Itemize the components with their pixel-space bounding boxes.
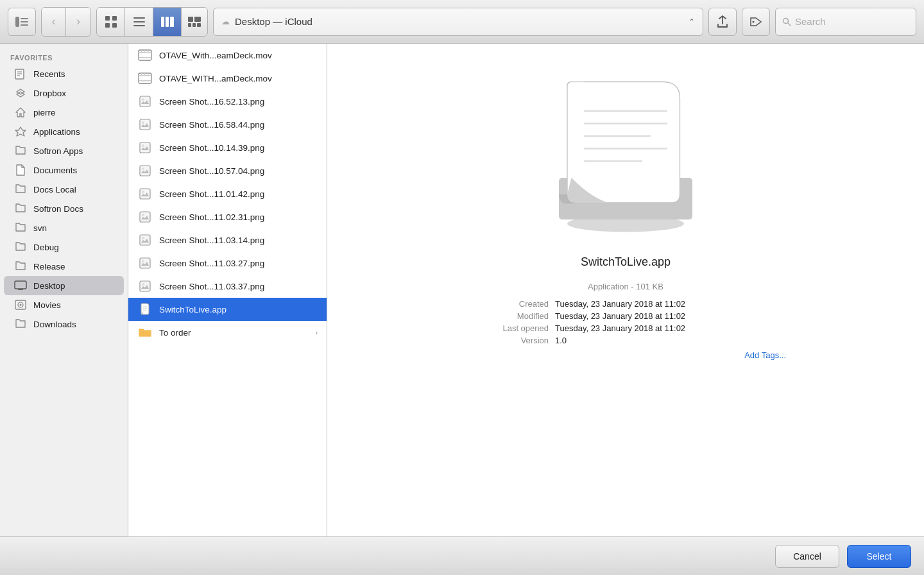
docs-local-icon [14,183,27,196]
svn-icon [14,221,27,234]
sidebar-item-dropbox-label: Dropbox [33,89,66,98]
sidebar-item-recents-label: Recents [33,69,65,79]
preview-app-name: SwitchToLive.app [581,255,671,269]
sidebar-item-release[interactable]: Release [4,257,124,276]
file-item-f5[interactable]: Screen Shot...10.14.39.png [128,136,327,159]
sidebar-item-debug[interactable]: Debug [4,237,124,257]
sidebar-item-movies-label: Movies [33,300,61,310]
created-value: Tuesday, 23 January 2018 at 11:02 [555,299,786,309]
file-name-f12: SwitchToLive.app [159,305,318,314]
debug-icon [14,241,27,253]
file-item-f2[interactable]: OTAVE_WITH...amDeck.mov [128,67,327,90]
file-item-f12[interactable]: SwitchToLive.app [128,298,327,321]
sidebar-item-softron-docs-label: Softron Docs [33,204,83,214]
cancel-button[interactable]: Cancel [775,545,839,568]
select-button[interactable]: Select [847,545,911,568]
svg-rect-16 [188,23,191,27]
svg-rect-57 [140,212,150,222]
file-name-f13: To order [159,328,309,338]
sidebar-item-desktop[interactable]: Desktop [4,276,124,295]
dropbox-icon [14,87,27,99]
file-item-f4[interactable]: Screen Shot...16.58.44.png [128,113,327,136]
sidebar-item-recents[interactable]: Recents [4,64,124,83]
pierre-icon [14,106,27,119]
svg-point-60 [142,237,144,239]
file-icon-f3 [137,94,153,109]
file-item-f10[interactable]: Screen Shot...11.03.27.png [128,252,327,275]
svg-point-34 [20,304,22,306]
meta-row-version: Version 1.0 [465,336,786,345]
file-item-f1[interactable]: OTAVE_With...eamDeck.mov [128,44,327,67]
svg-point-21 [783,18,789,23]
svg-rect-18 [197,23,201,27]
desktop-icon [14,279,27,292]
file-list-pane: OTAVE_With...eamDeck.movOTAVE_WITH...amD… [128,44,327,536]
forward-button[interactable]: › [66,8,90,36]
file-icon-f11 [137,279,153,294]
svg-point-62 [142,260,144,262]
file-item-f7[interactable]: Screen Shot...11.01.42.png [128,182,327,205]
file-item-f8[interactable]: Screen Shot...11.02.31.png [128,205,327,228]
svg-rect-46 [148,73,149,75]
sidebar-item-softron-docs[interactable]: Softron Docs [4,199,124,218]
sidebar-item-downloads-label: Downloads [33,320,76,329]
view-icons-button[interactable] [97,8,125,36]
sidebar-item-svn[interactable]: svn [4,218,124,237]
sidebar-toggle-button[interactable] [8,8,36,36]
file-icon-f8 [137,209,153,225]
file-item-f13[interactable]: To order› [128,321,327,344]
svg-rect-4 [105,16,110,21]
file-item-f6[interactable]: Screen Shot...10.57.04.png [128,159,327,182]
file-name-f4: Screen Shot...16.58.44.png [159,120,318,130]
file-name-f1: OTAVE_With...eamDeck.mov [159,51,318,60]
add-tags-link[interactable]: Add Tags... [465,350,786,360]
file-name-f11: Screen Shot...11.03.37.png [159,282,318,291]
location-bar[interactable]: ☁ Desktop — iCloud ⌃ [213,8,703,36]
svg-rect-53 [140,166,150,176]
meta-row-modified: Modified Tuesday, 23 January 2018 at 11:… [465,311,786,321]
preview-pane: SwitchToLive.app Application - 101 KB Cr… [327,44,924,536]
main-area: Favorites Recents Dropbox pierre Applica… [0,44,924,536]
sidebar-section-title: Favorites [0,51,128,64]
file-icon-f13 [137,325,153,340]
sidebar-item-documents[interactable]: Documents [4,160,124,180]
file-arrow-f13: › [316,329,318,336]
meta-row-created: Created Tuesday, 23 January 2018 at 11:0… [465,299,786,309]
sidebar-item-debug-label: Debug [33,243,59,252]
file-name-f9: Screen Shot...11.03.14.png [159,236,318,245]
share-button[interactable] [708,8,737,36]
sidebar-item-dropbox[interactable]: Dropbox [4,83,124,103]
view-columns-button[interactable] [153,8,182,36]
file-item-f9[interactable]: Screen Shot...11.03.14.png [128,228,327,252]
sidebar-item-desktop-label: Desktop [33,281,65,291]
documents-icon [14,164,27,176]
search-bar[interactable]: Search [775,8,916,36]
file-icon-f10 [137,255,153,271]
sidebar-item-downloads[interactable]: Downloads [4,314,124,334]
view-list-button[interactable] [125,8,153,36]
back-button[interactable]: ‹ [42,8,66,36]
view-gallery-button[interactable] [182,8,207,36]
sidebar-item-pierre[interactable]: pierre [4,103,124,122]
sidebar-item-movies[interactable]: Movies [4,295,124,314]
svg-line-22 [788,23,791,26]
file-icon-f1 [137,47,153,63]
svg-rect-12 [166,17,169,27]
file-icon-f12 [137,302,153,317]
file-name-f2: OTAVE_WITH...amDeck.mov [159,74,318,83]
svg-rect-45 [144,73,146,75]
file-name-f8: Screen Shot...11.02.31.png [159,212,318,222]
sidebar-item-softron-apps[interactable]: Softron Apps [4,141,124,160]
sidebar-item-applications[interactable]: Applications [4,122,124,141]
svg-point-52 [142,144,144,147]
svg-rect-63 [140,281,150,291]
file-item-f3[interactable]: Screen Shot...16.52.13.png [128,90,327,113]
sidebar-item-docs-local[interactable]: Docs Local [4,180,124,199]
location-text: Desktop — iCloud [235,16,683,27]
file-icon-f2 [137,71,153,86]
tag-button[interactable] [742,8,770,36]
svg-rect-49 [140,119,150,130]
file-item-f11[interactable]: Screen Shot...11.03.37.png [128,275,327,298]
svg-rect-11 [161,17,164,27]
sidebar-item-applications-label: Applications [33,127,80,137]
